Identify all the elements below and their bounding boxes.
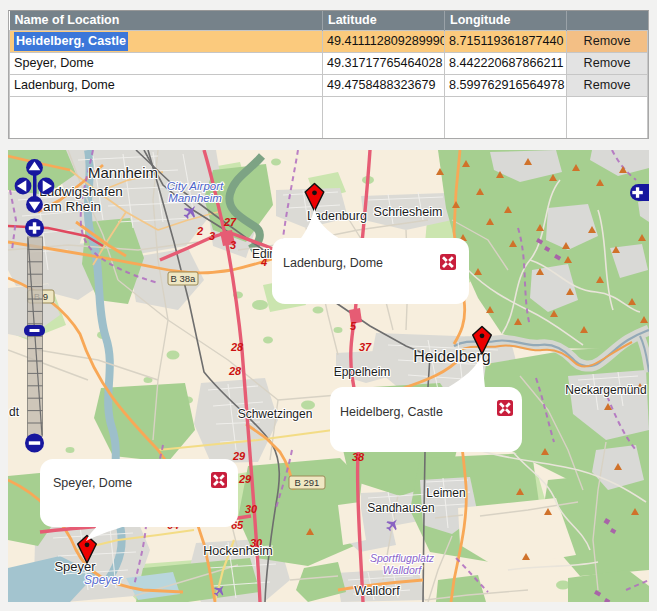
svg-text:2: 2 — [196, 225, 203, 237]
svg-text:Speyer, Dome: Speyer, Dome — [53, 476, 132, 490]
svg-text:Schriesheim: Schriesheim — [374, 205, 443, 219]
svg-text:am Rhein: am Rhein — [43, 199, 101, 214]
svg-text:City Airport: City Airport — [167, 180, 224, 192]
svg-text:Ladenburg, Dome: Ladenburg, Dome — [283, 256, 383, 270]
svg-text:Sandhausen: Sandhausen — [367, 501, 434, 515]
svg-text:37: 37 — [359, 341, 372, 353]
svg-text:Walldorf: Walldorf — [383, 564, 422, 576]
svg-text:3: 3 — [209, 230, 215, 242]
svg-text:Heidelberg, Castle: Heidelberg, Castle — [340, 405, 443, 419]
svg-text:Speyer: Speyer — [54, 559, 96, 574]
svg-text:B 38a: B 38a — [171, 273, 197, 284]
svg-text:Walldorf: Walldorf — [354, 584, 400, 598]
svg-text:Eppelheim: Eppelheim — [334, 365, 391, 379]
svg-text:Neckargemünd: Neckargemünd — [565, 383, 646, 397]
svg-text:29: 29 — [238, 473, 252, 485]
svg-text:30: 30 — [245, 503, 258, 515]
svg-text:29: 29 — [232, 450, 246, 462]
svg-text:5: 5 — [350, 320, 357, 332]
svg-text:B 291: B 291 — [295, 477, 320, 488]
svg-text:38: 38 — [352, 451, 365, 463]
svg-text:Sportflugplatz: Sportflugplatz — [370, 552, 435, 564]
svg-text:Mannheim: Mannheim — [88, 164, 158, 181]
svg-text:Speyer: Speyer — [84, 573, 123, 587]
svg-text:27: 27 — [223, 216, 237, 228]
svg-text:Schwetzingen: Schwetzingen — [238, 407, 313, 421]
svg-text:28: 28 — [230, 341, 244, 353]
svg-text:dt: dt — [9, 405, 20, 419]
svg-text:Mannheim: Mannheim — [168, 192, 222, 204]
svg-text:Hockenheim: Hockenheim — [203, 544, 272, 558]
svg-text:28: 28 — [228, 365, 242, 377]
svg-text:3: 3 — [230, 239, 236, 251]
svg-text:Leimen: Leimen — [426, 486, 465, 500]
